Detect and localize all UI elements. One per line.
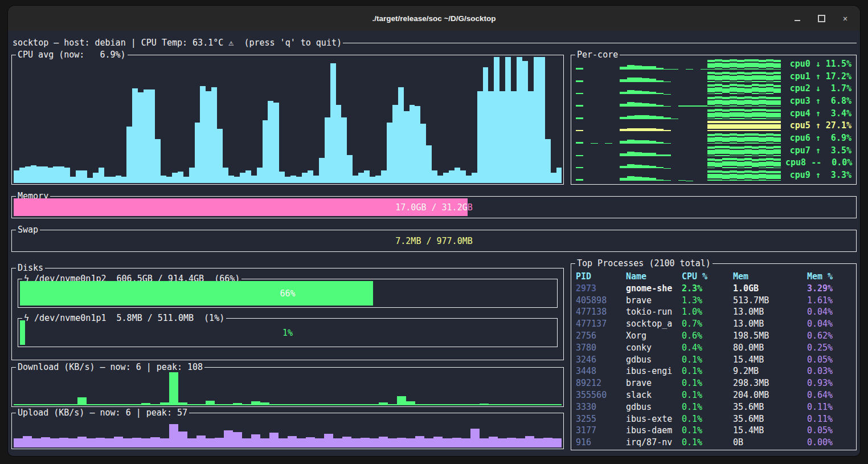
bar — [730, 72, 737, 82]
top-processes-title: Top Processes (2100 total) — [575, 258, 713, 269]
pid-cell: 3246 — [576, 354, 626, 366]
bar — [744, 158, 752, 168]
bar — [730, 59, 737, 70]
process-table-header: PID Name CPU % Mem Mem % — [576, 271, 854, 283]
bar — [379, 437, 388, 447]
bar — [534, 57, 539, 183]
cpu-cell: 0.1% — [682, 365, 733, 377]
pid-cell: 405898 — [576, 295, 626, 307]
bar — [68, 438, 77, 447]
bar — [730, 133, 737, 144]
bar — [766, 146, 773, 156]
download-chart — [14, 369, 562, 405]
bar — [664, 168, 671, 169]
bar — [50, 438, 59, 447]
bar — [25, 166, 31, 183]
mem-cell: 513.7MB — [733, 295, 807, 307]
disk-gauge-nvme0n1p1: 1%1% — [20, 320, 555, 345]
bar — [722, 72, 730, 82]
process-row: 405898brave1.3%513.7MB1.61% — [576, 295, 854, 307]
bar — [424, 438, 433, 447]
bar — [494, 57, 499, 183]
core-label: cpu0 ↓ 11.5% — [785, 59, 851, 70]
window-titlebar[interactable]: ./target/release/soc ~/D/G/socktop ✕ — [8, 6, 860, 31]
swap-gauge: 7.2MB / 977.0MB7.2MB / 977.0MB — [14, 232, 854, 250]
bar — [470, 404, 480, 405]
disk-panel-nvme0n1p2: ϟ /dev/nvme0n1p2 606.5GB / 914.4GB (66%)… — [18, 279, 558, 308]
bar — [166, 177, 172, 183]
cpu-cell: 0.1% — [682, 389, 733, 401]
pid-cell: 89212 — [576, 377, 626, 389]
bar — [516, 404, 525, 405]
pid-cell: 2973 — [576, 283, 626, 295]
bar — [715, 96, 722, 107]
bar — [206, 401, 215, 405]
bar — [773, 158, 781, 168]
close-icon[interactable]: ✕ — [841, 14, 850, 23]
bar — [766, 97, 773, 107]
bar — [664, 82, 671, 82]
bar — [260, 438, 269, 447]
bar — [116, 176, 121, 183]
memp-cell: 0.03% — [807, 365, 854, 377]
bar — [449, 170, 455, 183]
mem-cell: 80.0MB — [733, 342, 807, 354]
bar — [576, 93, 583, 95]
bar — [279, 438, 288, 447]
bar — [722, 60, 730, 70]
bar — [620, 178, 627, 181]
bar — [707, 84, 715, 94]
bar — [744, 72, 752, 82]
bar — [488, 91, 494, 183]
core-row: cpu7 ↑ 3.5% — [576, 145, 851, 156]
header-rule — [343, 43, 857, 43]
bar — [76, 170, 81, 183]
core-sparkline — [576, 133, 785, 144]
bar — [189, 168, 195, 183]
bar — [686, 105, 693, 107]
memp-cell: 0.93% — [807, 377, 854, 389]
bar — [96, 438, 105, 447]
bar — [470, 429, 480, 447]
bar — [443, 173, 449, 183]
bar — [744, 133, 752, 144]
upload-panel: Upload (KB/s) — now: 6 | peak: 57 — [11, 413, 564, 449]
bar — [707, 97, 715, 107]
bar — [576, 117, 583, 119]
bar — [342, 404, 351, 405]
process-row: 3246gdbus0.1%15.4MB0.05% — [576, 354, 854, 366]
bar — [150, 404, 159, 405]
bar — [455, 168, 460, 183]
bar — [730, 84, 737, 94]
bar — [105, 404, 114, 405]
bar — [634, 78, 642, 82]
bar — [649, 128, 657, 131]
bar — [397, 396, 406, 405]
process-row: 477137socktop_a0.7%13.0MB0.04% — [576, 318, 854, 330]
bar — [627, 164, 634, 168]
process-row: 3177ibus-daem0.1%15.4MB0.05% — [576, 425, 854, 437]
bar — [656, 105, 664, 107]
bar — [752, 72, 759, 82]
bar — [308, 170, 313, 183]
bar — [215, 438, 224, 447]
bar — [279, 172, 285, 183]
bar — [773, 121, 781, 131]
maximize-icon[interactable] — [817, 14, 826, 23]
bar — [620, 92, 627, 94]
minimize-icon[interactable] — [793, 14, 802, 23]
mem-cell: 9.2MB — [733, 365, 807, 377]
pid-cell: 916 — [576, 437, 626, 449]
name-cell: brave — [626, 295, 682, 307]
gauge-label: 7.2MB / 977.0MB — [14, 232, 854, 250]
bar — [433, 437, 443, 447]
bar — [627, 176, 634, 181]
bar — [759, 96, 766, 107]
bar — [169, 372, 178, 405]
pid-cell: 3330 — [576, 401, 626, 413]
bar — [123, 404, 132, 405]
bar — [656, 180, 664, 181]
bar — [627, 152, 634, 156]
bar — [302, 173, 308, 183]
bar — [121, 177, 127, 183]
